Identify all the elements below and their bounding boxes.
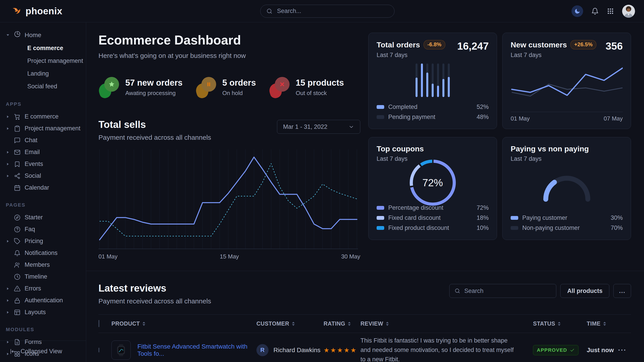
time-cell: Just now <box>587 347 618 354</box>
total-orders-badge: -6.8% <box>424 40 445 49</box>
top-coupons-legend: Percentage discount72%Fixed card discoun… <box>376 203 489 233</box>
sidebar-subitem-e-commerce[interactable]: E commerce <box>0 42 86 54</box>
sidebar-item-timeline[interactable]: Timeline <box>0 271 86 283</box>
sidebar-item-e-commerce[interactable]: E commerce <box>0 111 86 122</box>
caret-down-icon <box>6 34 10 36</box>
sidebar-item-label: Home <box>24 31 42 39</box>
column-label: STATUS <box>533 321 555 327</box>
new-customers-value: 356 <box>606 40 623 52</box>
brand-logo[interactable]: phoenix <box>12 6 62 16</box>
sidebar-item-calendar[interactable]: Calendar <box>0 182 86 194</box>
search-input[interactable] <box>276 7 388 15</box>
share-icon <box>14 173 20 179</box>
legend-label: Fixed product discount <box>388 225 449 231</box>
column-header-time[interactable]: TIME <box>587 321 618 327</box>
collapse-sidebar-button[interactable]: Collapsed View <box>0 341 86 362</box>
legend-label: Fixed card discount <box>388 214 440 221</box>
sidebar-item-home[interactable]: Home <box>0 28 86 42</box>
sidebar-subitem-social-feed[interactable]: Social feed <box>0 80 86 93</box>
legend-swatch <box>376 206 384 210</box>
legend-label: Paying customer <box>522 214 567 221</box>
nc-tick-start: 01 May <box>511 115 530 122</box>
total-orders-value: 16,247 <box>457 40 489 52</box>
paying-card: Paying vs non paying Last 7 days Paying … <box>502 137 631 240</box>
customer-avatar: R <box>256 344 268 356</box>
legend-swatch <box>376 115 384 119</box>
sidebar-item-starter[interactable]: Starter <box>0 212 86 223</box>
column-header-status[interactable]: STATUS <box>533 321 587 327</box>
user-avatar[interactable] <box>622 5 635 18</box>
sidebar-section-apps: APPS <box>0 93 86 111</box>
rating-cell: ★★★★★ <box>324 346 360 354</box>
page-title: Ecommerce Dashboard <box>98 33 360 47</box>
total-sells-svg <box>98 149 358 249</box>
notifications-button[interactable] <box>591 7 599 15</box>
sidebar-item-social[interactable]: Social <box>0 170 86 182</box>
search-icon <box>266 8 272 14</box>
legend-value: 70% <box>611 225 623 231</box>
collapse-label: Collapsed View <box>20 348 62 355</box>
caret-right-icon <box>6 162 10 166</box>
sidebar-item-layouts[interactable]: Layouts <box>0 306 86 318</box>
sidebar-item-label: Notifications <box>24 250 58 257</box>
sidebar-item-authentication[interactable]: Authentication <box>0 295 86 306</box>
total-orders-legend: Completed52%Pending payment48% <box>376 102 489 122</box>
global-search[interactable] <box>260 5 394 18</box>
column-header-customer[interactable]: CUSTOMER <box>256 321 324 327</box>
sidebar-item-project-management[interactable]: Project management <box>0 122 86 134</box>
reviews-search-input[interactable] <box>464 287 551 295</box>
stat-value: 57 new orders <box>125 78 182 88</box>
apps-menu-button[interactable] <box>607 7 614 15</box>
theme-toggle-button[interactable] <box>572 5 583 17</box>
column-header-product[interactable]: PRODUCT <box>112 321 256 327</box>
legend-value: 30% <box>611 214 623 221</box>
sidebar-item-errors[interactable]: Errors <box>0 283 86 295</box>
reviews-table: PRODUCTCUSTOMERRATINGREVIEWSTATUSTIME Fi… <box>98 314 631 362</box>
x-tick-15may: 15 May <box>220 253 239 260</box>
sidebar-item-events[interactable]: Events <box>0 158 86 170</box>
sidebar-item-faq[interactable]: Faq <box>0 223 86 235</box>
total-orders-card: Total orders -6.8% Last 7 days 16,247 Co… <box>368 33 497 129</box>
compass-icon <box>14 214 20 221</box>
sidebar-item-members[interactable]: Members <box>0 259 86 271</box>
caret-right-icon <box>6 311 10 314</box>
sidebar-item-pricing[interactable]: Pricing <box>0 235 86 247</box>
column-header-rating[interactable]: RATING <box>324 321 360 327</box>
sidebar-subitem-landing[interactable]: Landing <box>0 67 86 80</box>
sidebar-subitem-project-management[interactable]: Project management <box>0 54 86 67</box>
stats-row: 57 new ordersAwating processing5 ordersO… <box>98 76 360 98</box>
review-cell: This Fitbit is fantastic! I was trying t… <box>360 336 533 362</box>
paying-legend: Paying customer30%Non-paying customer70% <box>511 213 623 233</box>
legend-label: Completed <box>388 103 418 110</box>
caret-right-icon <box>6 115 10 118</box>
sidebar-item-label: Starter <box>24 214 43 221</box>
stat-value: 15 products <box>296 78 344 88</box>
table-header-row: PRODUCTCUSTOMERRATINGREVIEWSTATUSTIME <box>98 314 631 333</box>
stat-on-hold: 5 ordersOn hold <box>196 76 256 98</box>
stat-awating-processing: 57 new ordersAwating processing <box>98 76 182 98</box>
sidebar-section-modules: MODULES <box>0 318 86 336</box>
select-all-checkbox[interactable] <box>98 320 99 327</box>
sidebar-item-label: Authentication <box>24 297 63 304</box>
caret-right-icon <box>6 287 10 291</box>
product-link[interactable]: Fitbit Sense Advanced Smartwatch with To… <box>138 343 256 357</box>
sidebar-item-chat[interactable]: Chat <box>0 134 86 146</box>
row-checkbox[interactable] <box>98 348 99 353</box>
product-cell: Fitbit Sense Advanced Smartwatch with To… <box>112 341 256 360</box>
all-products-button[interactable]: All products <box>560 284 610 298</box>
more-options-button[interactable]: ... <box>613 284 631 298</box>
bell-icon <box>14 250 20 257</box>
sidebar-item-notifications[interactable]: Notifications <box>0 247 86 259</box>
reviews-title: Latest reviews <box>98 283 211 294</box>
x-tick-01may: 01 May <box>98 253 118 260</box>
caret-right-icon <box>6 127 10 130</box>
status-cell: APPROVED <box>533 345 587 355</box>
column-header-review[interactable]: REVIEW <box>360 321 533 327</box>
layout-icon <box>14 309 20 316</box>
reviews-search[interactable] <box>449 284 556 298</box>
sidebar-item-email[interactable]: Email <box>0 146 86 158</box>
row-actions-button[interactable]: ··· <box>618 346 631 354</box>
date-range-select[interactable]: Mar 1 - 31, 2022 <box>277 120 360 134</box>
legend-value: 48% <box>476 114 489 120</box>
stat-sublabel: Out of stock <box>296 90 344 97</box>
